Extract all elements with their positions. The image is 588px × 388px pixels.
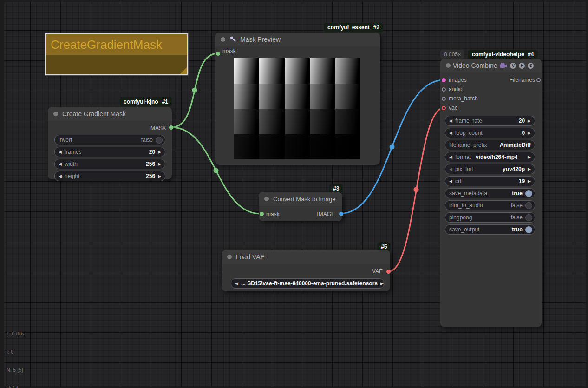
widget-label: loop_count: [455, 130, 483, 136]
right-arrow-icon[interactable]: ▶: [380, 281, 384, 286]
slot-row: mask IMAGE: [259, 210, 342, 219]
execution-time-badge: 0.805s: [440, 50, 464, 59]
left-arrow-icon[interactable]: ◀: [59, 174, 62, 178]
node-mask-preview[interactable]: Mask Preview mask: [215, 33, 380, 165]
right-arrow-icon[interactable]: ▶: [158, 174, 161, 178]
toggle-knob[interactable]: [156, 137, 163, 144]
node-titlebar[interactable]: Video Combine V H S: [440, 59, 542, 72]
widget-filename-prefix[interactable]: filename_prefix AnimateDiff: [445, 140, 535, 150]
badge-node-id: #4: [528, 51, 534, 58]
input-dot-meta-batch[interactable]: [442, 97, 446, 101]
widget-invert[interactable]: invert false: [54, 135, 165, 145]
left-arrow-icon[interactable]: ◀: [59, 150, 62, 154]
input-label: mask: [266, 211, 280, 217]
vhs-s-icon: S: [528, 63, 534, 69]
left-arrow-icon[interactable]: ◀: [449, 179, 452, 184]
preview-frame-cell: [234, 134, 259, 160]
widget-format[interactable]: ◀ format video/h264-mp4 ▶: [445, 152, 535, 162]
note-title[interactable]: CreateGradientMask: [46, 34, 187, 55]
input-label: mask: [222, 48, 236, 54]
badge-node-id: #2: [373, 24, 379, 31]
right-arrow-icon[interactable]: ▶: [158, 162, 161, 166]
widget-vae-name[interactable]: ◀ ... SD15\vae-ft-mse-840000-ema-pruned.…: [231, 278, 384, 289]
input-label: images: [449, 77, 467, 83]
left-arrow-icon[interactable]: ◀: [59, 162, 62, 166]
preview-frame-cell: [285, 134, 310, 160]
widget-pingpong[interactable]: pingpong false: [445, 212, 535, 223]
toggle-knob[interactable]: [525, 190, 532, 197]
node-titlebar[interactable]: Load VAE: [222, 250, 390, 264]
left-arrow-icon[interactable]: ◀: [449, 155, 452, 159]
preview-frame-cell: [310, 134, 335, 160]
preview-frame-cell: [285, 84, 310, 109]
preview-frame-cell: [310, 109, 335, 134]
widget-loop-count[interactable]: ◀ loop_count 0 ▶: [445, 128, 535, 138]
note-fold-corner[interactable]: [180, 67, 187, 74]
node-title: Load VAE: [236, 253, 265, 261]
slot-row: meta_batch: [440, 94, 542, 103]
node-create-gradient-mask[interactable]: Create Gradient Mask MASK invert false ◀…: [48, 107, 172, 179]
widget-pix-fmt[interactable]: ◀ pix_fmt yuv420p ▶: [445, 164, 535, 174]
output-dot-filenames[interactable]: [536, 78, 541, 82]
output-dot-vae[interactable]: [386, 270, 391, 274]
link-midpoint-dot[interactable]: [214, 168, 219, 173]
widget-value: 256: [146, 173, 155, 179]
widget-value: 256: [146, 161, 155, 167]
wrench-icon: [229, 36, 236, 43]
toggle-knob[interactable]: [525, 202, 532, 209]
note-node[interactable]: CreateGradientMask: [45, 33, 188, 75]
right-arrow-icon[interactable]: ▶: [528, 179, 531, 184]
widget-trim-to-audio[interactable]: trim_to_audio false: [445, 200, 535, 210]
output-dot-image[interactable]: [339, 212, 343, 216]
link-midpoint-dot[interactable]: [414, 187, 419, 192]
stat-iteration: I: 0: [7, 349, 31, 355]
input-dot-mask[interactable]: [216, 52, 220, 56]
node-titlebar[interactable]: Convert Mask to Image: [259, 192, 342, 206]
node-video-combine[interactable]: Video Combine V H S images Filenames aud…: [440, 59, 542, 327]
collapse-dot[interactable]: [264, 197, 269, 201]
right-arrow-icon[interactable]: ▶: [528, 118, 531, 123]
widget-save-metadata[interactable]: save_metadata true: [445, 188, 535, 198]
node-title: Mask Preview: [240, 36, 281, 43]
widget-crf[interactable]: ◀ crf 19 ▶: [445, 176, 535, 186]
link-midpoint-dot[interactable]: [390, 145, 395, 150]
output-label: Filenames: [510, 77, 535, 83]
collapse-dot[interactable]: [221, 37, 225, 42]
right-arrow-icon[interactable]: ▶: [528, 131, 531, 135]
node-titlebar[interactable]: Create Gradient Mask: [48, 107, 172, 121]
input-dot-audio[interactable]: [442, 87, 446, 92]
toggle-knob[interactable]: [525, 214, 532, 221]
input-dot-vae[interactable]: [442, 106, 446, 110]
stat-version: V: 14: [7, 385, 31, 388]
vhs-v-icon: V: [510, 63, 516, 69]
execution-time: 0.805s: [444, 51, 461, 58]
node-load-vae[interactable]: Load VAE VAE ◀ ... SD15\vae-ft-mse-84000…: [222, 250, 390, 291]
widget-frame-rate[interactable]: ◀ frame_rate 20 ▶: [445, 116, 535, 126]
widget-save-output[interactable]: save_output true: [445, 224, 535, 235]
left-arrow-icon[interactable]: ◀: [449, 167, 452, 171]
right-arrow-icon[interactable]: ▶: [528, 155, 531, 159]
collapse-dot[interactable]: [446, 63, 451, 68]
slot-row: images Filenames: [440, 75, 542, 85]
widget-height[interactable]: ◀ height 256 ▶: [54, 171, 165, 181]
node-convert-mask-to-image[interactable]: Convert Mask to Image mask IMAGE: [259, 192, 342, 221]
output-dot-mask[interactable]: [169, 125, 173, 130]
widget-width[interactable]: ◀ width 256 ▶: [54, 159, 165, 169]
input-dot-images[interactable]: [442, 78, 446, 82]
left-arrow-icon[interactable]: ◀: [449, 131, 452, 135]
node-titlebar[interactable]: Mask Preview: [215, 33, 380, 46]
widget-frames[interactable]: ◀ frames 20 ▶: [54, 147, 165, 157]
right-arrow-icon[interactable]: ▶: [528, 167, 531, 171]
collapse-dot[interactable]: [227, 255, 232, 259]
widget-value: 19: [519, 178, 525, 184]
preview-frame-cell: [285, 58, 310, 84]
left-arrow-icon[interactable]: ◀: [449, 118, 452, 123]
input-label: audio: [449, 86, 462, 92]
preview-frame-cell: [259, 109, 284, 134]
toggle-knob[interactable]: [525, 226, 532, 233]
left-arrow-icon[interactable]: ◀: [235, 281, 238, 286]
link-midpoint-dot[interactable]: [192, 88, 197, 93]
input-dot-mask[interactable]: [260, 212, 264, 216]
right-arrow-icon[interactable]: ▶: [158, 150, 161, 154]
collapse-dot[interactable]: [53, 112, 58, 116]
